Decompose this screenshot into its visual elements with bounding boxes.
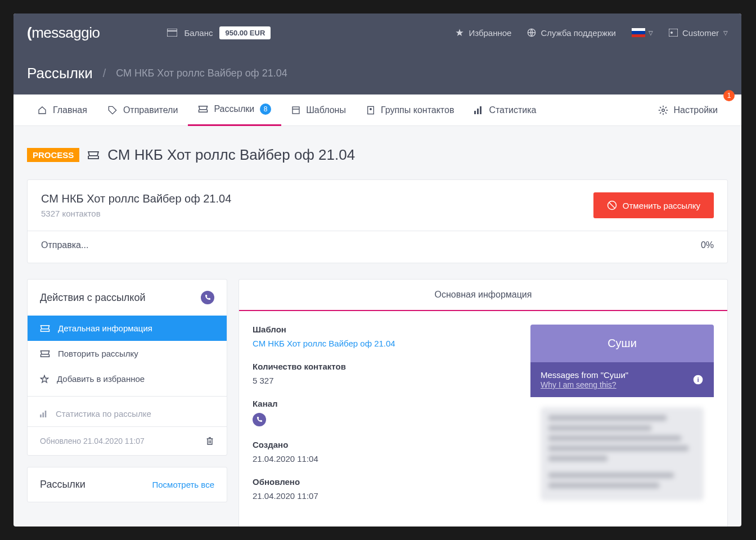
tab-home[interactable]: Главная [27, 94, 97, 126]
svg-line-14 [609, 202, 615, 209]
preview-from: Messages from "Суши" [541, 370, 628, 380]
support-link[interactable]: Служба поддержки [527, 28, 616, 38]
home-icon [37, 106, 47, 115]
sending-status: Отправка... [41, 240, 88, 250]
status-badge: PROCESS [27, 148, 79, 162]
chart-icon [40, 411, 48, 417]
template-icon [291, 106, 300, 115]
trash-icon[interactable] [205, 436, 214, 446]
inbox-icon [198, 105, 208, 113]
settings-notification-badge: 1 [723, 90, 735, 101]
campaign-name: СМ НКБ Хот роллс Вайбер оф 21.04 [41, 192, 231, 205]
tab-senders[interactable]: Отправители [97, 94, 188, 126]
flag-ru-icon [632, 28, 645, 37]
svg-point-4 [670, 32, 673, 34]
chevron-down-icon: ▽ [649, 30, 653, 36]
action-favorite[interactable]: Добавить в избранное [28, 366, 227, 392]
inbox-icon [87, 151, 100, 160]
template-link[interactable]: СМ НКБ Хот роллс Вайбер оф 21.04 [253, 339, 517, 348]
favorites-link[interactable]: Избранное [455, 28, 511, 38]
breadcrumb-root[interactable]: Рассылки [27, 65, 93, 82]
updated-value: 21.04.2020 11:07 [253, 491, 517, 501]
tab-settings[interactable]: Настройки 1 [648, 94, 728, 126]
sending-percent: 0% [701, 240, 714, 250]
globe-icon [527, 28, 536, 37]
svg-rect-9 [474, 111, 476, 114]
updated-label: Обновлено [253, 477, 517, 487]
inbox-icon [40, 325, 50, 332]
chart-icon [474, 106, 483, 114]
viber-icon [253, 413, 266, 426]
contacts-count: 5327 контактов [41, 209, 231, 218]
svg-rect-15 [40, 414, 42, 417]
svg-rect-11 [480, 106, 482, 114]
svg-point-8 [370, 108, 372, 110]
star-icon [455, 28, 464, 37]
svg-rect-0 [167, 29, 177, 37]
viber-icon [201, 291, 214, 304]
preview-why-link[interactable]: Why I am seeng this? [541, 380, 616, 389]
tab-stats[interactable]: Статистика [464, 94, 546, 126]
action-detail[interactable]: Детальная информация [28, 316, 227, 341]
breadcrumb-current: СМ НКБ Хот роллс Вайбер оф 21.04 [116, 68, 287, 79]
svg-text:i: i [697, 376, 699, 383]
campaigns-badge: 8 [260, 104, 271, 115]
cancel-button[interactable]: Отменить рассылку [593, 192, 714, 218]
card-icon [669, 29, 678, 37]
action-repeat[interactable]: Повторить рассылку [28, 341, 227, 366]
preview-sender: Суши [530, 325, 714, 362]
count-value: 5 327 [253, 376, 517, 385]
language-selector[interactable]: ▽ [632, 28, 653, 37]
related-title: Рассылки [40, 479, 86, 490]
chevron-down-icon: ▽ [723, 30, 728, 36]
svg-rect-1 [167, 30, 177, 32]
wallet-icon [167, 29, 177, 37]
svg-rect-5 [292, 107, 299, 114]
info-icon[interactable]: i [692, 374, 704, 385]
balance-amount: 950.00 EUR [219, 26, 271, 39]
svg-rect-16 [42, 412, 44, 417]
created-label: Создано [253, 440, 517, 449]
page-title: СМ НКБ Хот роллс Вайбер оф 21.04 [107, 146, 355, 164]
svg-rect-10 [477, 109, 479, 114]
updated-timestamp: Обновлено 21.04.2020 11:07 [40, 436, 145, 446]
user-menu[interactable]: Customer ▽ [669, 28, 728, 38]
svg-point-12 [662, 109, 664, 111]
svg-rect-17 [45, 411, 47, 417]
tab-campaigns[interactable]: Рассылки 8 [188, 94, 281, 126]
actions-title: Действия с рассылкой [40, 292, 145, 304]
channel-label: Канал [253, 399, 517, 408]
view-all-link[interactable]: Посмотреть все [152, 480, 214, 489]
star-icon [40, 375, 49, 384]
balance-label: Баланс [184, 28, 213, 38]
breadcrumb-separator: / [103, 67, 106, 80]
logo[interactable]: (messaggio [27, 24, 100, 42]
count-label: Количество контактов [253, 362, 517, 371]
svg-rect-3 [669, 29, 678, 37]
tab-templates[interactable]: Шаблоны [281, 94, 356, 126]
tab-groups[interactable]: Группы контактов [356, 94, 464, 126]
action-stats[interactable]: Статистика по рассылке [28, 401, 227, 426]
created-value: 21.04.2020 11:04 [253, 454, 517, 464]
message-preview [541, 407, 704, 501]
gear-icon [658, 105, 668, 115]
tag-icon [107, 106, 118, 115]
template-label: Шаблон [253, 325, 517, 334]
contacts-icon [366, 106, 375, 115]
cancel-icon [607, 200, 617, 210]
inbox-icon [40, 350, 50, 358]
info-heading: Основная информация [239, 280, 727, 311]
